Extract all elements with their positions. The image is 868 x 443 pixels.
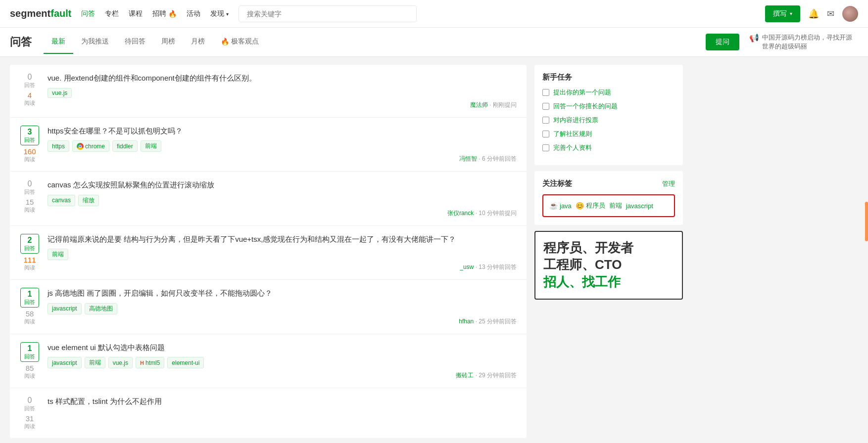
nav-item-qa[interactable]: 问答 [81,9,95,18]
tag-fiddler[interactable]: fiddler [112,140,138,152]
tag-gaode[interactable]: 高德地图 [85,303,117,314]
flame-icon: 🔥 [221,38,229,45]
tab-latest[interactable]: 最新 [44,30,73,54]
tag-javascript[interactable]: javascript [48,357,82,368]
subnav-bar: 问答 最新 为我推送 待回答 周榜 月榜 🔥 极客观点 提问 📢 中国开源码力榜… [0,28,868,57]
nav-item-course[interactable]: 课程 [129,9,143,18]
tag-vue[interactable]: vue.js [48,88,72,98]
tab-recommended[interactable]: 为我推送 [73,30,117,54]
read-count: 58 阅读 [21,310,39,325]
task-item: 提出你的第一个问题 [542,88,675,97]
nav-item-discover[interactable]: 发现 ▾ [210,9,229,18]
tab-pending[interactable]: 待回答 [117,30,153,54]
question-time-text: 29 分钟前回答 [479,372,517,379]
read-count: 160 阅读 [21,147,39,163]
question-time-text: 刚刚提问 [493,101,517,108]
tag-element-ui[interactable]: element-ui [167,357,204,368]
question-time: · [489,101,493,108]
question-title[interactable]: vue element ui 默认勾选中表格问题 [48,342,517,354]
task-link[interactable]: 提出你的第一个问题 [553,88,611,97]
mail-icon[interactable]: ✉ [827,8,834,19]
tag-follow-javascript[interactable]: javascript [626,201,653,210]
task-link[interactable]: 完善个人资料 [553,143,592,152]
tag-https[interactable]: https [48,140,69,152]
question-meta: 冯恒智 · 6 分钟前回答 [48,155,517,163]
checkbox-icon[interactable] [542,117,549,124]
html5-icon: H [140,360,144,366]
ask-button[interactable]: 提问 [706,34,739,50]
question-body: vue element ui 默认勾选中表格问题 javascript 前端 v… [48,342,517,380]
ad-card[interactable]: 程序员、开发者 工程师、CTO 招人、找工作 [534,231,683,300]
megaphone-icon: 📢 [749,33,759,43]
flame-icon: 🔥 [168,10,177,18]
task-link[interactable]: 回答一个你擅长的问题 [553,102,618,111]
tag-chrome[interactable]: chrome [72,140,109,152]
scrollbar-indicator[interactable] [865,202,868,241]
checkbox-icon[interactable] [542,103,549,110]
manage-link[interactable]: 管理 [662,179,675,188]
question-time-text: 13 分钟前回答 [479,264,517,270]
logo[interactable]: segmentfault [10,8,71,19]
tag-zoom[interactable]: 缩放 [78,195,99,206]
tag-vuejs[interactable]: vue.js [108,357,133,368]
tag-javascript[interactable]: javascript [48,303,82,314]
tag-follow-java[interactable]: ☕ java [549,201,572,210]
task-link[interactable]: 对内容进行投票 [553,116,598,125]
read-count: 4 阅读 [21,91,39,107]
table-row: 3 回答 160 阅读 https安全在哪里？不是可以抓包明文吗？ https … [10,118,527,172]
tab-monthly[interactable]: 月榜 [183,30,213,54]
tag-frontend[interactable]: 前端 [85,357,105,368]
tags-box: ☕ java 😊 程序员 前端 javascript [542,194,675,217]
tag-frontend[interactable]: 前端 [141,140,161,152]
nav-item-activity[interactable]: 活动 [187,9,200,18]
question-meta: 魔法师 · 刚刚提问 [48,101,517,109]
question-time-text: 6 分钟前回答 [482,155,517,162]
tag-html5[interactable]: H html5 [136,357,164,368]
checkbox-icon[interactable] [542,144,549,151]
question-body: canvas 怎么实现按照鼠标聚焦的位置进行滚动缩放 canvas 缩放 张仪r… [48,179,517,218]
ad-text-line3: 招人、找工作 [543,273,674,291]
question-author[interactable]: hfhan [459,318,474,325]
question-author[interactable]: 冯恒智 [459,155,477,162]
follow-tags-title: 关注标签 [542,179,572,188]
search-input[interactable] [239,5,417,22]
question-author[interactable]: 魔法师 [470,101,488,108]
subnav-tabs: 最新 为我推送 待回答 周榜 月榜 🔥 极客观点 [44,30,267,54]
tag-follow-frontend[interactable]: 前端 [609,201,622,210]
tab-weekly[interactable]: 周榜 [153,30,183,54]
nav-item-recruit[interactable]: 招聘 🔥 [152,9,177,18]
page-title: 问答 [10,28,32,56]
task-link[interactable]: 了解社区规则 [553,130,592,138]
question-title[interactable]: js 高德地图 画了圆圈，开启编辑，如何只改变半径，不能拖动圆心？ [48,288,517,299]
write-button[interactable]: 撰写 ▾ [765,5,800,22]
table-row: 0 回答 4 阅读 vue. 用extend创建的组件和component创建的… [10,65,527,118]
question-title[interactable]: canvas 怎么实现按照鼠标聚焦的位置进行滚动缩放 [48,179,517,191]
question-author[interactable]: 张仪ranck [447,210,474,217]
tag-follow-programmer[interactable]: 😊 程序员 [576,201,605,210]
avatar[interactable] [842,6,858,22]
checkbox-icon[interactable] [542,131,549,137]
tab-geek[interactable]: 🔥 极客观点 [213,30,267,54]
question-author[interactable]: 搬砖工 [456,372,474,379]
question-meta: 搬砖工 · 29 分钟前回答 [48,371,517,380]
ad-text-line2: 工程师、CTO [543,257,674,273]
question-title[interactable]: https安全在哪里？不是可以抓包明文吗？ [48,126,517,137]
bell-icon[interactable]: 🔔 [808,8,819,19]
question-title[interactable]: ts 样式配置，tslint 为什么不起作用 [48,396,517,407]
question-meta: _usw · 13 分钟前回答 [48,263,517,271]
tag-frontend[interactable]: 前端 [48,249,68,260]
table-row: 0 回答 15 阅读 canvas 怎么实现按照鼠标聚焦的位置进行滚动缩放 ca… [10,172,527,226]
question-author[interactable]: _usw [460,264,474,270]
nav-item-column[interactable]: 专栏 [105,9,119,18]
new-tasks-card: 新手任务 提出你的第一个问题 回答一个你擅长的问题 对内容进行投票 了解社区规则… [534,65,683,165]
question-title[interactable]: 记得前端原来说的是要 结构与行为分离，但是昨天看了下vue+tsx,感觉现在行为… [48,234,517,245]
question-title[interactable]: vue. 用extend创建的组件和component创建的组件有什么区别。 [48,73,517,84]
checkbox-icon[interactable] [542,89,549,96]
question-time-text: 10 分钟前提问 [479,210,517,217]
header: segmentfault 问答 专栏 课程 招聘 🔥 活动 发现 ▾ 撰写 ▾ … [0,0,868,28]
task-item: 对内容进行投票 [542,116,675,125]
question-stats: 1 回答 85 阅读 [20,342,40,380]
task-item: 了解社区规则 [542,130,675,138]
tag-canvas[interactable]: canvas [48,195,75,206]
question-stats: 0 回答 15 阅读 [20,179,40,214]
